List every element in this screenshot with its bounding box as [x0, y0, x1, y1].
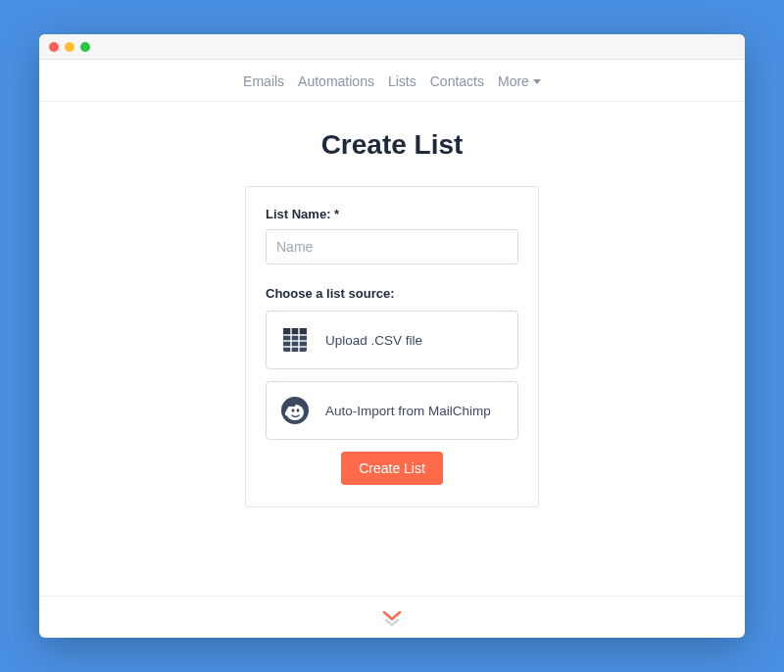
nav-lists[interactable]: Lists	[388, 73, 416, 89]
source-label: Auto-Import from MailChimp	[325, 404, 491, 418]
spreadsheet-icon	[278, 323, 312, 357]
svg-point-9	[292, 408, 295, 412]
nav-label: Emails	[243, 73, 284, 89]
page-title: Create List	[321, 129, 464, 161]
source-option-csv[interactable]: Upload .CSV file	[266, 311, 518, 369]
nav-emails[interactable]: Emails	[243, 73, 284, 89]
nav-contacts[interactable]: Contacts	[430, 73, 484, 89]
chevron-down-icon	[533, 79, 541, 84]
nav-label: More	[498, 73, 529, 89]
source-section-label: Choose a list source:	[266, 286, 518, 301]
svg-rect-1	[283, 328, 307, 335]
source-option-mailchimp[interactable]: Auto-Import from MailChimp	[266, 381, 518, 440]
browser-window: Emails Automations Lists Contacts More C…	[39, 34, 745, 638]
create-list-card: List Name: * Choose a list source:	[245, 186, 539, 507]
nav-label: Automations	[298, 73, 374, 89]
page-content: Create List List Name: * Choose a list s…	[39, 102, 745, 507]
list-name-label: List Name: *	[266, 207, 518, 221]
footer-divider	[39, 596, 745, 597]
window-minimize-icon[interactable]	[65, 42, 74, 52]
window-titlebar	[39, 34, 745, 60]
svg-point-10	[297, 408, 300, 412]
app-logo-icon	[382, 608, 402, 632]
viewport: Emails Automations Lists Contacts More C…	[39, 60, 745, 638]
create-list-button[interactable]: Create List	[341, 452, 443, 485]
window-zoom-icon[interactable]	[80, 42, 90, 52]
list-name-input[interactable]	[266, 229, 518, 264]
top-nav: Emails Automations Lists Contacts More	[39, 60, 745, 102]
window-close-icon[interactable]	[49, 42, 59, 52]
source-label: Upload .CSV file	[325, 333, 422, 348]
svg-point-11	[285, 410, 289, 415]
nav-automations[interactable]: Automations	[298, 73, 374, 89]
nav-more[interactable]: More	[498, 73, 541, 89]
nav-label: Contacts	[430, 73, 484, 89]
mailchimp-icon	[278, 394, 312, 427]
nav-label: Lists	[388, 73, 416, 89]
